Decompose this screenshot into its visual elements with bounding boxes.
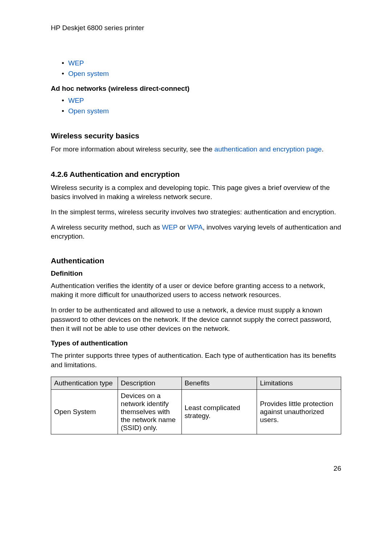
wireless-basics-text: For more information about wireless secu… xyxy=(51,145,341,154)
table-row: Open System Devices on a network identif… xyxy=(51,390,341,434)
wep-inline-link[interactable]: WEP xyxy=(162,223,177,231)
authentication-def-p2: In order to be authenticated and allowed… xyxy=(51,305,341,333)
wireless-security-basics-heading: Wireless security basics xyxy=(51,131,341,140)
wep-link-adhoc[interactable]: WEP xyxy=(68,97,84,104)
auth-encryption-page-link[interactable]: authentication and encryption page xyxy=(215,145,322,153)
open-system-link-adhoc[interactable]: Open system xyxy=(68,107,109,115)
running-header: HP Deskjet 6800 series printer xyxy=(51,24,341,32)
section-426-p3: A wireless security method, such as WEP … xyxy=(51,223,341,241)
body-text-span: or xyxy=(177,223,187,231)
list-item: Open system xyxy=(62,69,341,79)
list-item: WEP xyxy=(62,58,341,69)
section-426-heading: 4.2.6 Authentication and encryption xyxy=(51,170,341,179)
body-text-span: A wireless security method, such as xyxy=(51,223,162,231)
table-header-type: Authentication type xyxy=(51,377,118,390)
table-header-row: Authentication type Description Benefits… xyxy=(51,377,341,390)
table-header-benefits: Benefits xyxy=(181,377,257,390)
types-label: Types of authentication xyxy=(51,339,341,347)
authentication-types-table: Authentication type Description Benefits… xyxy=(51,377,341,434)
table-cell-type: Open System xyxy=(51,390,118,434)
wpa-inline-link[interactable]: WPA xyxy=(188,223,203,231)
table-header-description: Description xyxy=(118,377,181,390)
adhoc-heading: Ad hoc networks (wireless direct-connect… xyxy=(51,85,341,93)
table-cell-benefits: Least complicated strategy. xyxy=(181,390,257,434)
page-number: 26 xyxy=(334,465,341,473)
types-paragraph: The printer supports three types of auth… xyxy=(51,351,341,369)
authentication-def-p1: Authentication verifies the identity of … xyxy=(51,281,341,300)
body-text-span: . xyxy=(322,145,323,153)
wep-link[interactable]: WEP xyxy=(68,59,84,67)
open-system-link[interactable]: Open system xyxy=(68,70,109,77)
section-426-p2: In the simplest terms, wireless security… xyxy=(51,207,341,217)
table-cell-limitations: Provides little protection against unaut… xyxy=(257,390,341,434)
table-cell-description: Devices on a network identify themselves… xyxy=(118,390,181,434)
definition-label: Definition xyxy=(51,270,341,277)
authentication-heading: Authentication xyxy=(51,256,341,265)
table-header-limitations: Limitations xyxy=(257,377,341,390)
section-426-p1: Wireless security is a complex and devel… xyxy=(51,183,341,202)
body-text-span: For more information about wireless secu… xyxy=(51,145,215,153)
list-item: WEP xyxy=(62,96,341,106)
top-link-list: WEP Open system xyxy=(51,58,341,79)
list-item: Open system xyxy=(62,106,341,117)
adhoc-link-list: WEP Open system xyxy=(51,96,341,116)
